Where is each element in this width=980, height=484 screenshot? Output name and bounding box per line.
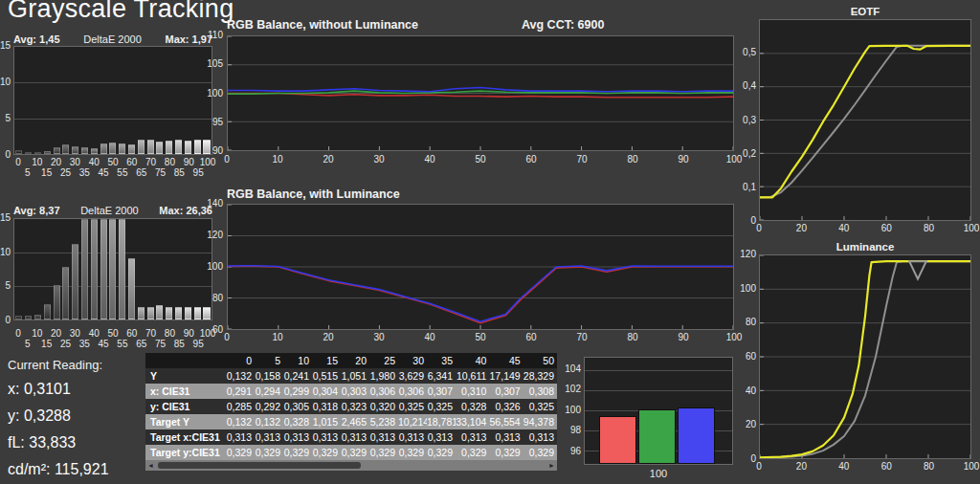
table-row: Y0,1320,1580,2410,5151,0511,9803,6296,34… bbox=[145, 368, 557, 384]
table-cell: 0,326 bbox=[489, 399, 523, 414]
deltae-bottom-plot bbox=[13, 218, 212, 320]
table-scrollbar[interactable]: ◄ ► bbox=[145, 460, 557, 471]
table-row: Target Y0,1320,1320,3281,0152,4655,23810… bbox=[145, 414, 557, 429]
table-cell: 3,629 bbox=[398, 368, 427, 384]
x-tick-label: 50 bbox=[469, 332, 492, 342]
reading-y: y: 0,3288 bbox=[8, 407, 109, 425]
y-tick-label: 102 bbox=[565, 384, 581, 395]
table-header-cell: 35 bbox=[427, 353, 456, 368]
table-cell: 0,285 bbox=[226, 399, 255, 414]
y-tick-label: 0,2 bbox=[743, 148, 756, 160]
grayscale-bar-70 bbox=[147, 140, 154, 154]
table-header-row: 05101520253035404550 bbox=[145, 353, 557, 368]
table-cell: 0,329 bbox=[369, 445, 398, 460]
luminance-series-measured bbox=[760, 261, 970, 457]
y-tick-label: 80 bbox=[746, 317, 756, 328]
rgb-balance-nolum-yaxis: 1101051009590 bbox=[204, 35, 224, 151]
x-tick-label: 20 bbox=[317, 332, 340, 342]
luminance-svg bbox=[760, 255, 970, 458]
table-cell: 0,291 bbox=[226, 384, 255, 399]
table-cell: 0,241 bbox=[283, 368, 312, 384]
x-tick-label: 60 bbox=[520, 154, 543, 165]
rgb-balance-nolum-title: RGB Balance, without Luminance bbox=[227, 18, 418, 32]
x-tick-label: 40 bbox=[833, 461, 856, 472]
table-header-cell: 25 bbox=[369, 353, 398, 368]
table-header-cell: 5 bbox=[255, 353, 283, 368]
table-cell: 0,329 bbox=[427, 445, 456, 460]
y-tick-label: 100 bbox=[207, 261, 223, 273]
y-tick-label: 100 bbox=[740, 283, 756, 295]
x-tick-label: 30 bbox=[368, 154, 390, 165]
rgb-balance-with-luminance-svg bbox=[228, 205, 733, 329]
grayscale-bar-40 bbox=[91, 219, 98, 319]
x-tick-label: 40 bbox=[418, 332, 441, 342]
table-cell: 0,313 bbox=[489, 429, 523, 445]
reading-x: x: 0,3101 bbox=[8, 381, 109, 398]
table-row: y: CIE310,2850,2920,3050,3180,3230,3200,… bbox=[145, 399, 557, 414]
rgb-balance-lum-yaxis: 1401201008060 bbox=[204, 204, 224, 330]
table-cell: 0,329 bbox=[283, 445, 312, 460]
deltae-bottom-yaxis: 051015 bbox=[0, 218, 11, 320]
grayscale-bar-15 bbox=[44, 151, 51, 154]
table-row: Target y:CIE310,3290,3290,3290,3290,3290… bbox=[145, 445, 557, 460]
table-header-cell: 20 bbox=[341, 353, 369, 368]
grayscale-bar-95 bbox=[194, 307, 201, 319]
readings-table: 05101520253035404550Y0,1320,1580,2410,51… bbox=[145, 353, 557, 460]
luminance-xaxis: 020406080100 bbox=[759, 461, 971, 473]
luminance-marker bbox=[909, 261, 926, 279]
deltae-top-xaxis: 0510152025303540455055606570758085909510… bbox=[13, 157, 212, 178]
x-tick-label: 0 bbox=[215, 154, 238, 165]
eotf-yaxis: 0,50,40,30,20,10 bbox=[736, 19, 757, 221]
grayscale-bar-60 bbox=[128, 144, 135, 154]
x-tick-label: 20 bbox=[790, 223, 813, 233]
current-reading-panel: Current Reading: x: 0,3101 y: 0,3288 fL:… bbox=[8, 358, 109, 484]
table-cell: 0,329 bbox=[312, 445, 341, 460]
luminance-series-reference bbox=[760, 261, 970, 457]
scroll-left-arrow-icon[interactable]: ◄ bbox=[145, 460, 156, 471]
y-tick-label: 100 bbox=[207, 88, 223, 99]
grayscale-bar-15 bbox=[44, 304, 51, 319]
table-cell: 0,313 bbox=[255, 429, 283, 445]
scroll-right-arrow-icon[interactable]: ► bbox=[546, 460, 557, 471]
x-tick-label: 95 bbox=[187, 167, 210, 178]
rgb-levels-xlabel: 100 bbox=[584, 468, 733, 479]
grayscale-bar-85 bbox=[175, 307, 182, 319]
row-label: y: CIE31 bbox=[145, 399, 226, 414]
table-cell: 0,313 bbox=[226, 429, 255, 445]
table-cell: 0,325 bbox=[427, 399, 456, 414]
grayscale-bar-5 bbox=[25, 316, 32, 319]
table-header-cell: 45 bbox=[489, 353, 523, 368]
table-cell: 0,304 bbox=[312, 384, 341, 399]
rgb-balance-with-luminance-series-red bbox=[228, 266, 733, 323]
grayscale-bar-50 bbox=[109, 219, 116, 319]
rgb-balance-nolum-plot bbox=[227, 35, 734, 151]
rgb-levels-plot bbox=[584, 357, 733, 465]
x-tick-label: 60 bbox=[875, 223, 898, 233]
grayscale-bar-35 bbox=[81, 147, 88, 154]
y-tick-label: 80 bbox=[212, 293, 223, 304]
grayscale-bar-25 bbox=[62, 144, 69, 154]
grayscale-bar-90 bbox=[185, 307, 191, 319]
grayscale-bar-75 bbox=[156, 305, 163, 319]
table-cell: 0,158 bbox=[255, 368, 283, 384]
deltae-top-header: Avg: 1,45 DeltaE 2000 Max: 1,97 bbox=[13, 33, 212, 45]
row-label: Target Y bbox=[145, 414, 226, 429]
y-tick-label: 96 bbox=[570, 446, 581, 457]
x-tick-label: 50 bbox=[469, 154, 492, 165]
x-tick-label: 40 bbox=[833, 223, 856, 233]
table-cell: 0,323 bbox=[341, 399, 369, 414]
table-cell: 0,329 bbox=[489, 445, 523, 460]
table-cell: 0,515 bbox=[312, 368, 341, 384]
grayscale-bar-90 bbox=[185, 141, 191, 154]
deltae-top-title: DeltaE 2000 bbox=[83, 33, 142, 45]
grayscale-bar-75 bbox=[156, 142, 163, 154]
x-tick-label: 0 bbox=[747, 223, 770, 233]
grayscale-bar-45 bbox=[100, 143, 107, 154]
table-header-cell: 50 bbox=[523, 353, 557, 368]
deltae-bottom-xaxis: 0510152025303540455055606570758085909510… bbox=[13, 328, 212, 349]
table-cell: 33,104 bbox=[456, 414, 489, 429]
table-cell: 0,318 bbox=[312, 399, 341, 414]
scroll-thumb[interactable] bbox=[158, 462, 361, 469]
table-header-cell: 0 bbox=[226, 353, 255, 368]
table-header-cell bbox=[145, 353, 226, 368]
